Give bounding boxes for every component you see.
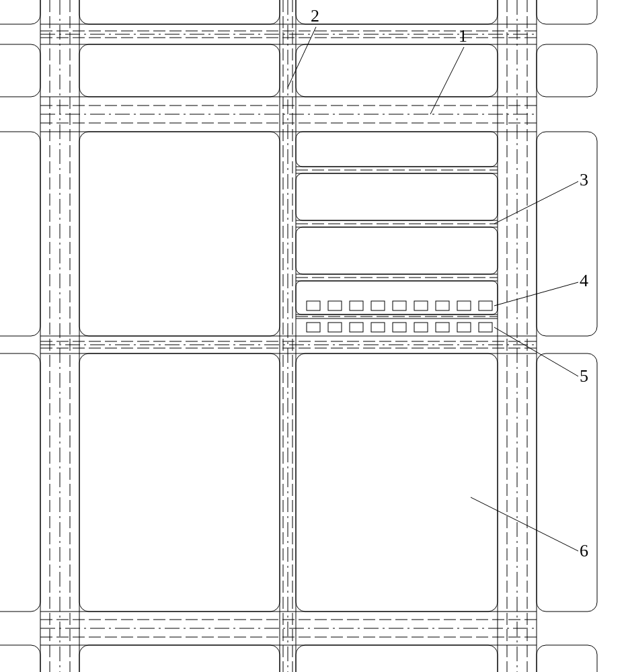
- svg-rect-41: [296, 645, 498, 672]
- svg-rect-36: [296, 44, 498, 97]
- svg-rect-38: [79, 353, 280, 612]
- svg-line-88: [288, 27, 316, 87]
- svg-rect-49: [537, 44, 597, 97]
- secondary-ribs: [296, 132, 498, 319]
- svg-rect-55: [296, 173, 498, 220]
- svg-rect-45: [0, 132, 40, 336]
- svg-line-89: [430, 47, 464, 114]
- svg-rect-80: [328, 323, 342, 332]
- callout-2: 2: [311, 6, 319, 26]
- callout-6: 6: [580, 541, 588, 560]
- horizontal-rib-centerlines: [40, 31, 537, 637]
- svg-rect-73: [371, 301, 385, 310]
- perforation-row-lower: [307, 323, 492, 332]
- svg-rect-39: [296, 353, 498, 612]
- callouts: 2 1 3 4 5 6: [288, 6, 588, 560]
- perforation-row-upper: [307, 301, 492, 310]
- svg-rect-44: [0, 44, 40, 97]
- svg-rect-37: [79, 132, 280, 336]
- svg-rect-81: [350, 323, 363, 332]
- svg-rect-74: [393, 301, 406, 310]
- svg-rect-71: [328, 301, 342, 310]
- svg-rect-47: [0, 645, 40, 672]
- callout-1: 1: [459, 26, 467, 46]
- callout-3: 3: [580, 170, 588, 190]
- svg-rect-86: [457, 323, 471, 332]
- svg-rect-51: [537, 353, 597, 612]
- svg-rect-48: [0, 0, 40, 24]
- svg-rect-82: [371, 323, 385, 332]
- svg-rect-70: [307, 301, 320, 310]
- svg-rect-52: [537, 645, 597, 672]
- svg-rect-54: [296, 132, 498, 167]
- svg-rect-83: [393, 323, 406, 332]
- svg-rect-75: [414, 301, 428, 310]
- svg-rect-79: [307, 323, 320, 332]
- svg-rect-78: [479, 301, 492, 310]
- svg-rect-77: [457, 301, 471, 310]
- callout-5: 5: [580, 366, 588, 386]
- svg-rect-87: [479, 323, 492, 332]
- svg-rect-35: [79, 44, 280, 97]
- horizontal-main-ribs: [40, 24, 537, 645]
- svg-rect-50: [537, 132, 597, 336]
- svg-rect-42: [79, 0, 280, 24]
- callout-4: 4: [580, 271, 588, 290]
- svg-rect-57: [296, 281, 498, 314]
- svg-rect-76: [436, 301, 449, 310]
- svg-rect-53: [537, 0, 597, 24]
- svg-rect-46: [0, 353, 40, 612]
- svg-rect-84: [414, 323, 428, 332]
- svg-rect-56: [296, 227, 498, 274]
- svg-rect-43: [296, 0, 498, 24]
- svg-rect-72: [350, 301, 363, 310]
- svg-line-93: [471, 497, 578, 551]
- svg-rect-85: [436, 323, 449, 332]
- svg-rect-40: [79, 645, 280, 672]
